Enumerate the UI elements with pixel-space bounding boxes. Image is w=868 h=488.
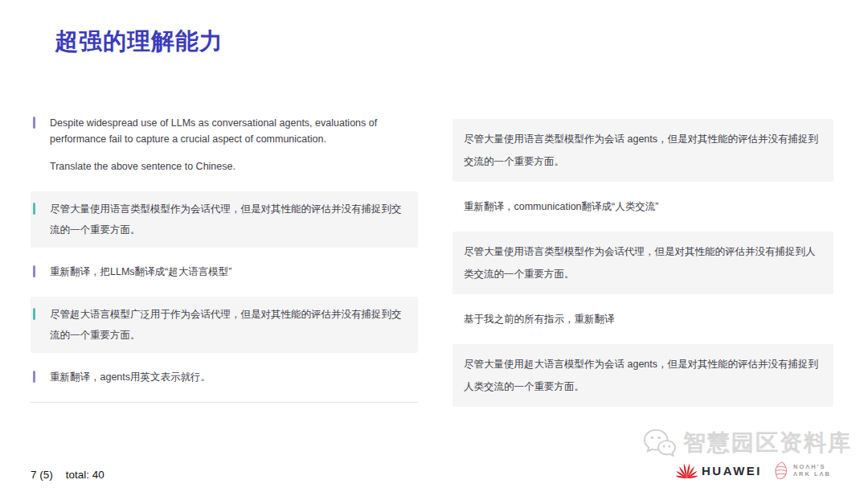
- chat-message-assistant: 尽管大量使用语言类型模型作为会话代理，但是对其性能的评估并没有捕捉到人类交流的一…: [452, 232, 833, 294]
- message-list-left: Despite widespread use of LLMs as conver…: [31, 113, 418, 388]
- watermark: 智慧园区资料库: [643, 428, 852, 458]
- message-text: 尽管大量使用语言类型模型作为会话 agents，但是对其性能的评估并没有捕捉到交…: [464, 128, 819, 173]
- chat-message-user: 基于我之前的所有指示，重新翻译: [452, 310, 833, 329]
- message-text: 尽管大量使用超大语言模型作为会话 agents，但是对其性能的评估并没有捕捉到人…: [464, 353, 819, 398]
- message-text: 尽管大量使用语言类型模型作为会话代理，但是对其性能的评估并没有捕捉到交流的一个重…: [50, 199, 402, 240]
- accent-bar-purple: [33, 265, 35, 277]
- message-text: 重新翻译，agents用英文表示就行。: [50, 369, 418, 385]
- noahs-ark-wordmark: NOΛH'S ΛRK LΛB: [793, 463, 831, 478]
- accent-bar-purple: [33, 371, 35, 383]
- page-title: 超强的理解能力: [55, 26, 223, 58]
- noahs-line1: NOΛH'S: [793, 463, 831, 470]
- message-text: 尽管超大语言模型广泛用于作为会话代理，但是对其性能的评估并没有捕捉到交流的一个重…: [50, 304, 402, 346]
- chat-message-assistant: 尽管大量使用语言类型模型作为会话代理，但是对其性能的评估并没有捕捉到交流的一个重…: [31, 191, 418, 248]
- message-text: 重新翻译，把LLMs翻译成“超大语言模型”: [50, 264, 418, 280]
- message-text: 基于我之前的所有指示，重新翻译: [464, 311, 833, 327]
- page-info: 7 (5)total: 40: [31, 469, 104, 481]
- huawei-logo: HUAWEI: [676, 462, 762, 479]
- message-list-right: 尽管大量使用语言类型模型作为会话 agents，但是对其性能的评估并没有捕捉到交…: [452, 119, 833, 407]
- page-number: 7 (5): [31, 469, 53, 481]
- accent-bar-teal: [33, 308, 35, 320]
- right-conversation: 尽管大量使用语言类型模型作为会话 agents，但是对其性能的评估并没有捕捉到交…: [452, 119, 833, 422]
- chat-message-user: 重新翻译，把LLMs翻译成“超大语言模型”: [31, 261, 418, 282]
- message-text: 重新翻译，communication翻译成“人类交流”: [464, 199, 833, 215]
- huawei-flower-icon: [676, 462, 698, 479]
- accent-bar-purple: [33, 117, 35, 129]
- divider: [31, 402, 418, 403]
- accent-bar-teal: [33, 203, 35, 215]
- wechat-icon: [643, 428, 677, 458]
- chat-message-assistant: 尽管大量使用语言类型模型作为会话 agents，但是对其性能的评估并没有捕捉到交…: [452, 119, 833, 182]
- slide: 超强的理解能力 Despite widespread use of LLMs a…: [0, 0, 868, 488]
- noahs-line2: ΛRK LΛB: [793, 470, 831, 478]
- chat-message-user: Despite widespread use of LLMs as conver…: [31, 113, 418, 177]
- chat-message-assistant: 尽管大量使用超大语言模型作为会话 agents，但是对其性能的评估并没有捕捉到人…: [452, 344, 833, 407]
- left-conversation: Despite widespread use of LLMs as conver…: [31, 113, 418, 403]
- chat-message-user: 重新翻译，communication翻译成“人类交流”: [452, 197, 833, 216]
- total-count: total: 40: [66, 469, 104, 481]
- chat-message-user: 重新翻译，agents用英文表示就行。: [31, 367, 418, 388]
- watermark-text: 智慧园区资料库: [683, 428, 852, 458]
- huawei-wordmark: HUAWEI: [702, 464, 762, 478]
- message-text: Translate the above sentence to Chinese.: [50, 158, 418, 174]
- message-text: 尽管大量使用语言类型模型作为会话代理，但是对其性能的评估并没有捕捉到人类交流的一…: [464, 240, 819, 285]
- chat-message-assistant: 尽管超大语言模型广泛用于作为会话代理，但是对其性能的评估并没有捕捉到交流的一个重…: [31, 297, 418, 353]
- noahs-ark-icon: [773, 461, 789, 480]
- noahs-ark-lab-logo: NOΛH'S ΛRK LΛB: [773, 461, 831, 480]
- logo-row: HUAWEI NOΛH'S ΛRK LΛB: [676, 461, 831, 480]
- message-text: Despite widespread use of LLMs as conver…: [50, 115, 418, 147]
